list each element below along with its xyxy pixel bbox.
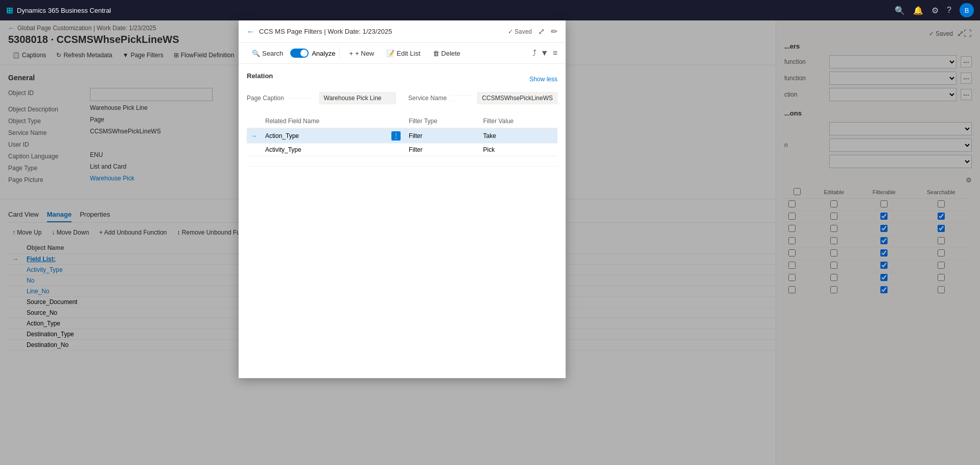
notification-icon[interactable]: 🔔 xyxy=(913,6,923,15)
search-icon[interactable]: 🔍 xyxy=(895,6,905,15)
app-title: Dynamics 365 Business Central xyxy=(17,7,111,14)
settings-icon[interactable]: ⚙ xyxy=(931,6,939,15)
top-nav: ⊞ Dynamics 365 Business Central 🔍 🔔 ⚙ ? … xyxy=(0,0,980,20)
top-nav-icons: 🔍 🔔 ⚙ ? B xyxy=(895,3,974,17)
help-icon[interactable]: ? xyxy=(947,6,951,15)
app-name-area: ⊞ Dynamics 365 Business Central xyxy=(6,6,111,15)
user-avatar[interactable]: B xyxy=(960,3,974,17)
d365-logo: ⊞ xyxy=(6,6,13,15)
